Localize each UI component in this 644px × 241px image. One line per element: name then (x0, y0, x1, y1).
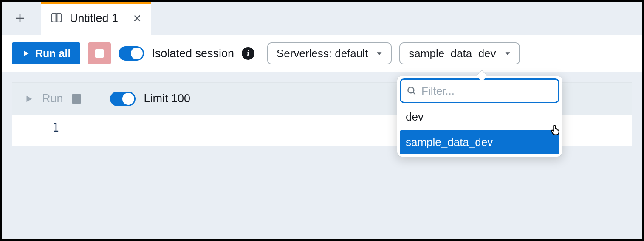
tab-title: Untitled 1 (70, 12, 126, 25)
chevron-down-icon (503, 49, 512, 58)
run-cell-label: Run (42, 92, 63, 105)
filter-box (400, 78, 559, 103)
main-toolbar: Run all Isolated session i Serverless: d… (2, 35, 642, 72)
limit-toggle[interactable] (110, 92, 136, 106)
notebook-icon (50, 12, 63, 25)
svg-marker-7 (27, 95, 32, 102)
connection-dropdown[interactable]: Serverless: default (267, 42, 392, 64)
toggle-knob (131, 48, 143, 59)
stop-icon (95, 49, 104, 58)
line-number: 1 (52, 121, 59, 134)
play-icon (22, 49, 30, 58)
svg-line-9 (413, 92, 415, 94)
database-dropdown-popover: dev sample_data_dev (397, 76, 562, 157)
stop-cell-button[interactable] (72, 94, 81, 104)
tab-untitled[interactable]: Untitled 1 (41, 2, 151, 35)
database-dropdown[interactable]: sample_data_dev (399, 42, 520, 64)
connection-selected: Serverless: default (277, 47, 368, 60)
option-label: dev (406, 110, 424, 123)
chevron-down-icon (375, 49, 384, 58)
run-all-button[interactable]: Run all (12, 42, 80, 64)
search-icon (406, 85, 417, 96)
option-label: sample_data_dev (406, 136, 493, 149)
tab-bar: Untitled 1 (2, 2, 642, 35)
dropdown-option-dev[interactable]: dev (400, 105, 559, 129)
database-selected: sample_data_dev (409, 47, 496, 60)
stop-all-button[interactable] (88, 42, 111, 64)
close-tab-button[interactable] (133, 14, 142, 23)
run-all-label: Run all (35, 48, 71, 60)
toggle-knob (122, 93, 134, 105)
dropdown-option-sample-data-dev[interactable]: sample_data_dev (400, 130, 559, 154)
svg-point-8 (408, 87, 414, 93)
svg-marker-5 (377, 52, 382, 55)
close-icon (133, 14, 142, 23)
new-tab-button[interactable] (7, 5, 33, 31)
svg-marker-6 (505, 52, 510, 55)
isolated-session-toggle[interactable] (119, 46, 144, 61)
plus-icon (14, 12, 26, 24)
run-cell-button[interactable] (24, 94, 34, 104)
limit-label: Limit 100 (144, 92, 191, 105)
svg-marker-4 (24, 50, 29, 56)
filter-input[interactable] (421, 84, 559, 98)
line-gutter: 1 (12, 115, 76, 145)
isolated-session-label: Isolated session (152, 47, 234, 60)
play-icon (24, 94, 34, 104)
info-icon[interactable]: i (242, 47, 254, 60)
